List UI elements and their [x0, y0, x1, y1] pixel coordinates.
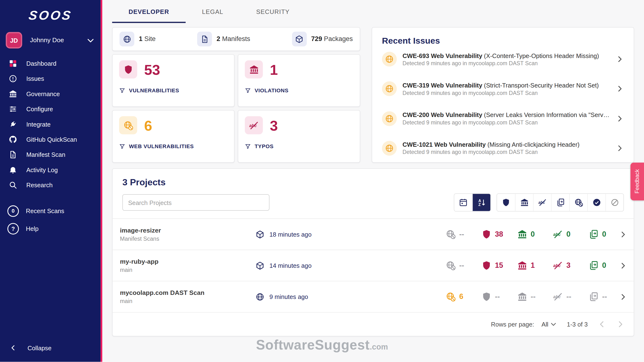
globe-off-icon — [119, 116, 137, 134]
sidebar-item-configure[interactable]: Configure — [0, 102, 101, 116]
globe-icon — [255, 292, 264, 301]
sidebar-item-help[interactable]: Help — [0, 220, 101, 237]
web-globe-icon — [382, 141, 397, 156]
package-icon — [255, 261, 264, 270]
feedback-label: Feedback — [634, 169, 640, 194]
duplicates-metric: 0 — [588, 260, 613, 271]
stat-manifests-label: Manifests — [222, 35, 250, 42]
sidebar-item-integrate[interactable]: Integrate — [0, 116, 101, 132]
projects-title: 3 Projects — [122, 177, 624, 188]
issue-detail: (X-Content-Type-Options Header Missing) — [482, 52, 599, 59]
sidebar-item-manifest-scan[interactable]: Manifest Scan — [0, 147, 101, 162]
filter-violations-button[interactable] — [515, 194, 533, 211]
search-icon — [9, 181, 17, 190]
issue-meta: Detected 9 minutes ago in mycoolapp.com … — [402, 149, 610, 156]
bank-icon — [517, 229, 528, 240]
package-icon — [255, 230, 264, 239]
web-vulnerabilities-card[interactable]: 6 WEB VULNERABILITIES — [112, 110, 234, 162]
filter-icon — [119, 88, 126, 94]
collapse-button[interactable]: Collapse — [0, 339, 101, 357]
globe-icon — [120, 32, 134, 46]
issue-row[interactable]: CWE-200 Web Vulnerability (Server Leaks … — [382, 111, 624, 126]
app-window: SOOS JD Johnny Doe Dashboard Issues Gove… — [0, 0, 644, 362]
stat-packages: 729 Packages — [292, 32, 353, 46]
stat-sites: 1 Site — [120, 32, 156, 46]
issue-detail: (Server Leaks Version Information via "S… — [482, 111, 609, 118]
filter-web-vulnerabilities-button[interactable] — [569, 194, 587, 211]
violations-card[interactable]: 1 VIOLATIONS — [238, 54, 360, 107]
file-copy-icon — [588, 292, 599, 302]
project-row[interactable]: image-resizer Manifest Scans 18 minutes … — [112, 218, 634, 250]
filter-duplicates-button[interactable] — [551, 194, 569, 211]
issue-meta: Detected 9 minutes ago in mycoolapp.com … — [402, 60, 610, 66]
sidebar-item-label: Recent Scans — [26, 207, 64, 214]
vulnerabilities-card[interactable]: 53 VULNERABILITIES — [112, 54, 234, 107]
sidebar-item-github-quickscan[interactable]: GitHub QuickScan — [0, 132, 101, 147]
sidebar-item-recent-scans[interactable]: 0 Recent Scans — [0, 202, 101, 220]
typos-metric: 0 — [553, 229, 578, 240]
file-copy-icon — [588, 229, 599, 240]
issue-row[interactable]: CWE-319 Web Vulnerability (Strict-Transp… — [382, 82, 624, 96]
rows-per-page-select[interactable]: All — [542, 321, 557, 328]
typos-count: 3 — [270, 118, 278, 132]
globe-off-icon — [574, 198, 583, 207]
filter-typos-button[interactable] — [533, 194, 551, 211]
sidebar-item-label: Issues — [26, 75, 44, 82]
stat-manifests-value: 2 — [216, 35, 220, 42]
feedback-button[interactable]: Feedback — [630, 162, 644, 200]
globe-off-icon — [446, 229, 456, 240]
sidebar-item-governance[interactable]: Governance — [0, 86, 101, 102]
sidebar-item-activity-log[interactable]: Activity Log — [0, 162, 101, 178]
search-input[interactable] — [122, 194, 269, 211]
project-row[interactable]: mycoolapp.com DAST Scan main 9 minutes a… — [112, 281, 634, 312]
typos-metric: 3 — [553, 260, 578, 271]
violations-count: 1 — [270, 62, 278, 77]
sidebar-item-dashboard[interactable]: Dashboard — [0, 56, 101, 71]
project-name: mycoolapp.com DAST Scan — [120, 289, 255, 296]
select-all-filters-button[interactable] — [588, 194, 606, 211]
issue-row[interactable]: CWE-1021 Web Vulnerability (Missing Anti… — [382, 141, 624, 156]
web-vulnerabilities-count: 6 — [144, 118, 152, 132]
tab-developer[interactable]: DEVELOPER — [112, 0, 186, 23]
avatar: JD — [6, 32, 22, 49]
sidebar-item-issues[interactable]: Issues — [0, 71, 101, 86]
recent-issues-title: Recent Issues — [382, 36, 624, 46]
chevron-down-icon — [550, 321, 557, 328]
project-row[interactable]: my-ruby-app main 14 minutes ago -- 15 1 … — [112, 250, 634, 281]
sort-toggle-group — [454, 194, 491, 212]
project-branch: main — [120, 298, 255, 304]
previous-page-button[interactable] — [598, 320, 606, 328]
typos-card[interactable]: 3 TYPOS — [238, 110, 360, 162]
sort-az-icon — [477, 198, 486, 207]
collapse-label: Collapse — [28, 344, 52, 351]
tab-security[interactable]: SECURITY — [240, 0, 306, 23]
user-menu[interactable]: JD Johnny Doe — [0, 30, 101, 50]
shield-icon — [482, 292, 492, 302]
typos-label: TYPOS — [255, 143, 274, 150]
chevron-down-icon — [86, 36, 95, 44]
bank-icon — [9, 90, 17, 98]
recent-issues-card: Recent Issues CWE-693 Web Vulnerability … — [372, 27, 634, 162]
projects-card: 3 Projects — [112, 168, 634, 336]
issue-title: CWE-1021 Web Vulnerability — [402, 141, 486, 148]
sidebar-item-research[interactable]: Research — [0, 178, 101, 192]
question-circle-icon — [8, 223, 19, 234]
clear-filters-button[interactable] — [606, 194, 624, 211]
sidebar-item-label: Integrate — [26, 121, 50, 128]
spellcheck-off-icon — [553, 229, 563, 240]
vulnerabilities-count: 53 — [144, 62, 160, 77]
chevron-right-icon — [616, 85, 624, 93]
chevron-right-icon — [616, 114, 624, 122]
issue-detail: (Missing Anti-clickjacking Header) — [486, 141, 580, 148]
recent-scans-count-icon: 0 — [8, 205, 19, 217]
tab-legal[interactable]: LEGAL — [186, 0, 240, 23]
project-branch: Manifest Scans — [120, 236, 255, 242]
violations-label: VIOLATIONS — [255, 88, 288, 94]
sort-by-date-button[interactable] — [454, 194, 472, 211]
filter-vulnerabilities-button[interactable] — [497, 194, 515, 211]
issue-row[interactable]: CWE-693 Web Vulnerability (X-Content-Typ… — [382, 52, 624, 67]
sort-alphabetical-button[interactable] — [472, 194, 490, 211]
next-page-button[interactable] — [616, 320, 625, 328]
plug-icon — [9, 120, 17, 128]
stat-packages-label: Packages — [324, 35, 353, 42]
